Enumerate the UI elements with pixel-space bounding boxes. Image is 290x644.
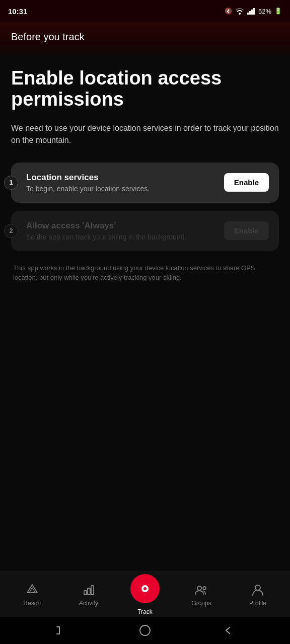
- page-header: Before you track: [0, 22, 290, 58]
- svg-rect-2: [249, 11, 251, 15]
- enable-description: We need to use your device location serv…: [11, 122, 279, 146]
- page-title: Before you track: [11, 31, 279, 43]
- svg-rect-15: [56, 633, 60, 634]
- svg-point-9: [143, 587, 147, 590]
- resort-label: Resort: [23, 600, 41, 607]
- track-label: Track: [137, 608, 153, 615]
- status-bar: 10:31 🔇 52% 🔋: [0, 0, 290, 22]
- nav-item-activity[interactable]: Activity: [60, 583, 117, 607]
- card-2-text: Allow access 'Always' So the app can tra…: [21, 221, 224, 241]
- android-home-btn[interactable]: [139, 625, 151, 636]
- card-1-subtitle: To begin, enable your location services.: [26, 185, 224, 193]
- svg-rect-14: [59, 626, 60, 634]
- card-1-title: Location services: [26, 173, 224, 183]
- bottom-nav: Resort Activity Track: [0, 572, 290, 617]
- android-back-btn[interactable]: [223, 625, 234, 636]
- step-badge-1: 1: [4, 176, 18, 190]
- enable-always-button: Enable: [224, 221, 269, 240]
- status-icons: 🔇 52% 🔋: [225, 8, 282, 15]
- signal-icon: [247, 8, 255, 15]
- battery-text: 52%: [258, 8, 271, 15]
- svg-point-11: [203, 587, 206, 590]
- profile-icon: [251, 583, 265, 597]
- track-button[interactable]: [130, 574, 160, 603]
- svg-point-10: [197, 586, 201, 590]
- battery-icon: 🔋: [274, 8, 282, 15]
- nav-item-track[interactable]: Track: [117, 574, 173, 615]
- main-content: Enable location access permissions We ne…: [0, 58, 290, 293]
- svg-point-12: [255, 585, 260, 590]
- card-1-text: Location services To begin, enable your …: [21, 173, 224, 193]
- android-nav-bar: [0, 617, 290, 644]
- activity-icon: [82, 583, 96, 597]
- step-badge-2: 2: [4, 224, 18, 238]
- nav-item-resort[interactable]: Resort: [4, 583, 60, 607]
- svg-rect-3: [251, 10, 253, 15]
- wifi-icon: [235, 8, 244, 15]
- status-time: 10:31: [8, 7, 27, 16]
- svg-rect-6: [88, 588, 90, 595]
- groups-icon: [194, 583, 208, 597]
- card-2-subtitle: So the app can track your skiing in the …: [26, 233, 224, 241]
- svg-rect-16: [140, 625, 150, 635]
- footer-note: This app works in the background using y…: [11, 263, 279, 283]
- svg-rect-4: [253, 8, 255, 15]
- always-access-card: 2 Allow access 'Always' So the app can t…: [11, 211, 279, 251]
- enable-title: Enable location access permissions: [11, 68, 279, 110]
- svg-point-0: [239, 13, 241, 15]
- groups-label: Groups: [191, 600, 211, 607]
- svg-rect-1: [247, 13, 249, 15]
- nav-item-profile[interactable]: Profile: [230, 583, 286, 607]
- nav-item-groups[interactable]: Groups: [173, 583, 230, 607]
- svg-rect-5: [84, 591, 87, 595]
- enable-location-button[interactable]: Enable: [224, 173, 269, 192]
- resort-icon: [25, 583, 39, 597]
- location-services-card: 1 Location services To begin, enable you…: [11, 163, 279, 203]
- svg-rect-7: [91, 586, 94, 595]
- mute-icon: 🔇: [225, 8, 232, 15]
- android-menu-btn[interactable]: [56, 626, 67, 634]
- activity-label: Activity: [79, 600, 98, 607]
- profile-label: Profile: [249, 600, 266, 607]
- card-2-title: Allow access 'Always': [26, 221, 224, 231]
